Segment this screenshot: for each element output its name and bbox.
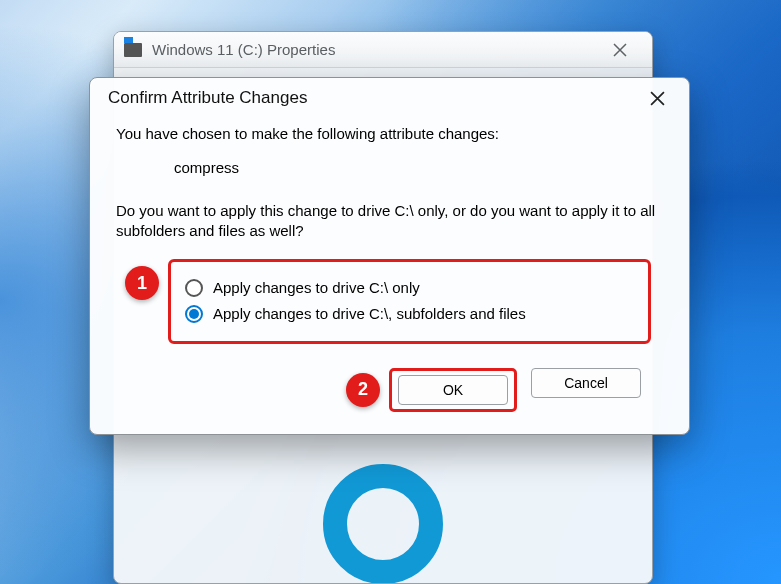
confirm-dialog: Confirm Attribute Changes You have chose… xyxy=(89,77,690,435)
attribute-item: compress xyxy=(174,158,663,178)
dialog-buttons: 2 OK Cancel xyxy=(116,344,663,412)
dialog-content: You have chosen to make the following at… xyxy=(90,118,689,412)
radio-label: Apply changes to drive C:\ only xyxy=(213,278,420,298)
annotation-badge-1: 1 xyxy=(125,266,159,300)
dialog-intro: You have chosen to make the following at… xyxy=(116,124,663,144)
radio-option-drive-only[interactable]: Apply changes to drive C:\ only xyxy=(185,278,626,298)
cancel-button[interactable]: Cancel xyxy=(531,368,641,398)
disk-usage-chart xyxy=(323,464,443,584)
radio-icon xyxy=(185,279,203,297)
annotation-badge-2: 2 xyxy=(346,373,380,407)
ok-highlight: 2 OK xyxy=(389,368,517,412)
radio-group: 1 Apply changes to drive C:\ only Apply … xyxy=(168,259,651,344)
close-icon[interactable] xyxy=(598,36,642,64)
close-icon[interactable] xyxy=(635,83,679,113)
radio-option-subfolders[interactable]: Apply changes to drive C:\, subfolders a… xyxy=(185,304,626,324)
properties-titlebar: Windows 11 (C:) Properties xyxy=(114,32,652,68)
radio-label: Apply changes to drive C:\, subfolders a… xyxy=(213,304,526,324)
dialog-title: Confirm Attribute Changes xyxy=(108,88,635,108)
drive-icon xyxy=(124,43,142,57)
radio-icon xyxy=(185,305,203,323)
dialog-question: Do you want to apply this change to driv… xyxy=(116,201,663,242)
properties-body: Drive C: Details xyxy=(114,464,652,584)
properties-title: Windows 11 (C:) Properties xyxy=(152,41,598,58)
dialog-titlebar: Confirm Attribute Changes xyxy=(90,78,689,118)
ok-button[interactable]: OK xyxy=(398,375,508,405)
